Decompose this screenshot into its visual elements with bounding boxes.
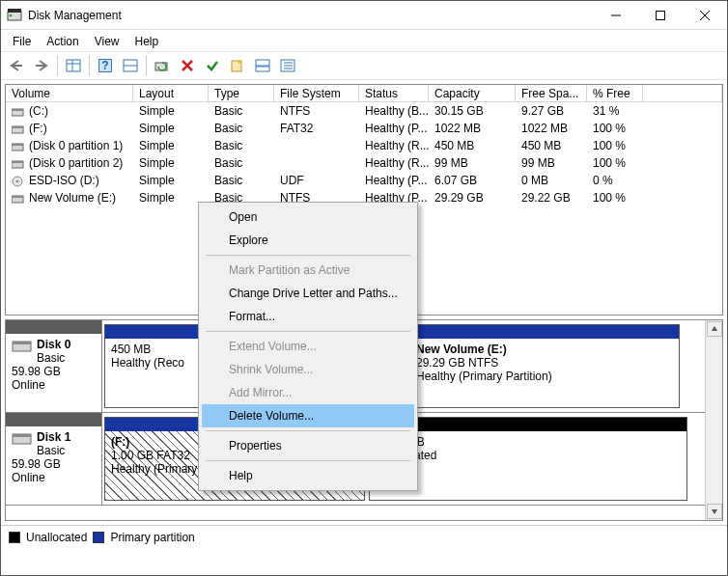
maximize-button[interactable]	[638, 1, 683, 30]
partition[interactable]: New Volume (E:)29.29 GB NTFSHealthy (Pri…	[409, 324, 680, 408]
menu-item[interactable]: Help	[202, 464, 414, 487]
svg-rect-20	[256, 60, 269, 66]
vol-name: New Volume (E:)	[29, 191, 116, 205]
col-layout[interactable]: Layout	[133, 85, 209, 102]
svg-rect-33	[12, 161, 23, 163]
toolbar-separator	[146, 55, 147, 76]
partition[interactable]: 450 MBHealthy (Reco	[104, 324, 201, 408]
menu-item[interactable]: Change Drive Letter and Paths...	[202, 282, 414, 305]
menu-item[interactable]: Delete Volume...	[202, 404, 414, 427]
vol-fs: UDF	[274, 174, 359, 187]
disk-info[interactable]: Disk 0Basic59.98 GBOnline	[6, 320, 102, 412]
legend-swatch-unallocated	[9, 532, 20, 543]
check-icon[interactable]	[201, 54, 224, 77]
svg-rect-37	[12, 196, 23, 198]
details-icon[interactable]	[62, 54, 85, 77]
part-status: Healthy (Reco	[111, 356, 194, 370]
menu-file[interactable]: File	[5, 33, 39, 50]
part-status: Healthy (Primary Partition)	[416, 370, 673, 383]
vol-layout: Simple	[133, 139, 209, 152]
svg-rect-4	[657, 11, 665, 19]
context-menu: OpenExploreMark Partition as ActiveChang…	[198, 202, 418, 491]
legend: Unallocated Primary partition	[1, 525, 727, 548]
vol-layout: Simple	[133, 122, 209, 135]
svg-rect-29	[12, 126, 23, 128]
vol-pct: 0 %	[587, 174, 643, 187]
table-row[interactable]: ESD-ISO (D:)SimpleBasicUDFHealthy (P...6…	[6, 172, 722, 189]
minimize-button[interactable]	[594, 1, 638, 30]
properties-icon[interactable]	[276, 54, 299, 77]
disk-type: Basic	[37, 351, 65, 365]
vol-type: Basic	[209, 156, 274, 170]
vol-cap: 450 MB	[429, 139, 516, 152]
col-pct[interactable]: % Free	[587, 85, 643, 102]
menu-separator	[206, 460, 410, 461]
col-status[interactable]: Status	[359, 85, 429, 102]
vol-status: Healthy (R...	[359, 156, 429, 170]
menu-help[interactable]: Help	[127, 33, 167, 50]
help-icon[interactable]: ?	[94, 54, 117, 77]
close-button[interactable]	[683, 1, 727, 30]
panels-icon[interactable]	[119, 54, 142, 77]
disk-size: 59.98 GB	[12, 365, 61, 378]
menu-item: Shrink Volume...	[202, 358, 414, 381]
col-capacity[interactable]: Capacity	[429, 85, 516, 102]
forward-button[interactable]	[30, 54, 53, 77]
col-filesystem[interactable]: File System	[274, 85, 359, 102]
part-size: 450 MB	[111, 343, 194, 356]
back-button[interactable]	[5, 54, 28, 77]
menu-item[interactable]: Explore	[202, 229, 414, 252]
col-type[interactable]: Type	[209, 85, 274, 102]
menu-separator	[206, 255, 410, 256]
vol-free: 1022 MB	[516, 122, 587, 135]
menu-separator	[206, 430, 410, 431]
scroll-down-icon[interactable]	[707, 504, 722, 519]
menu-action[interactable]: Action	[39, 33, 86, 50]
drive-icon	[12, 193, 25, 203]
vol-name: ESD-ISO (D:)	[29, 174, 99, 187]
table-row[interactable]: (F:)SimpleBasicFAT32Healthy (P...1022 MB…	[6, 120, 722, 137]
menu-item: Add Mirror...	[202, 381, 414, 404]
col-end[interactable]	[643, 85, 722, 102]
vol-type: Basic	[209, 174, 274, 187]
menu-item: Mark Partition as Active	[202, 259, 414, 282]
col-volume[interactable]: Volume	[6, 85, 133, 102]
disk-label: Disk 1	[37, 430, 70, 444]
toolbar-separator	[57, 55, 58, 76]
vol-free: 450 MB	[516, 139, 587, 152]
vol-pct: 31 %	[587, 104, 643, 118]
delete-icon[interactable]	[176, 54, 199, 77]
menu-item[interactable]: Open	[202, 206, 414, 229]
drive-icon	[12, 141, 25, 151]
refresh-icon[interactable]	[151, 54, 174, 77]
svg-rect-31	[12, 144, 23, 146]
column-headers[interactable]: Volume Layout Type File System Status Ca…	[6, 85, 722, 102]
vol-cap: 6.07 GB	[429, 174, 516, 187]
menu-item[interactable]: Properties	[202, 434, 414, 457]
vol-cap: 30.15 GB	[429, 104, 516, 118]
vol-type: Basic	[209, 139, 274, 152]
layout-icon[interactable]	[251, 54, 274, 77]
legend-swatch-primary	[93, 532, 104, 543]
vol-pct: 100 %	[587, 191, 643, 205]
vol-free: 29.22 GB	[516, 191, 587, 205]
part-size: 29.29 GB NTFS	[416, 356, 673, 370]
scrollbar[interactable]	[705, 320, 722, 520]
vol-pct: 100 %	[587, 139, 643, 152]
svg-rect-1	[8, 9, 21, 13]
scroll-up-icon[interactable]	[707, 321, 722, 337]
vol-name: (C:)	[29, 104, 48, 118]
table-row[interactable]: (Disk 0 partition 2)SimpleBasicHealthy (…	[6, 154, 722, 172]
part-title: New Volume (E:)	[416, 343, 673, 356]
menu-item[interactable]: Format...	[202, 305, 414, 328]
new-icon[interactable]	[226, 54, 249, 77]
vol-pct: 100 %	[587, 156, 643, 170]
table-row[interactable]: (C:)SimpleBasicNTFSHealthy (B...30.15 GB…	[6, 102, 722, 120]
vol-free: 9.27 GB	[516, 104, 587, 118]
menu-view[interactable]: View	[87, 33, 127, 50]
col-free[interactable]: Free Spa...	[516, 85, 587, 102]
disk-status: Online	[12, 378, 45, 392]
table-row[interactable]: (Disk 0 partition 1)SimpleBasicHealthy (…	[6, 137, 722, 154]
disk-info[interactable]: Disk 1Basic59.98 GBOnline	[6, 413, 102, 505]
svg-rect-27	[12, 109, 23, 111]
